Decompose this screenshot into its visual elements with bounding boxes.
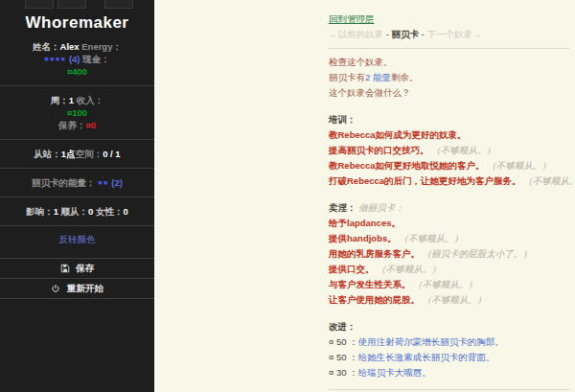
slave-energy: 丽贝卡的能量： ■■ (2): [8, 176, 147, 189]
power-icon: [51, 283, 64, 293]
prostitution-action-link[interactable]: 提供handjobs。: [329, 233, 397, 243]
prostitution-action-link[interactable]: 给予lapdances。: [329, 218, 401, 228]
divider: [0, 85, 154, 86]
history-back-button[interactable]: [25, 0, 54, 9]
action-note: （不够顺从。）: [377, 264, 441, 274]
training-header: 培训：: [329, 112, 575, 127]
sidebar: Whoremaker 姓名：Alex Energy： ■■■■ (4) 现金： …: [0, 0, 154, 392]
slave-nav: ←以前的奴隶 - 丽贝卡 - 下一个奴隶→: [329, 27, 575, 42]
energy-remaining-line: 丽贝卡有2 能量剩余。: [329, 70, 575, 85]
slaves-label: 从站：: [34, 149, 61, 159]
income-value: ¤100: [67, 107, 87, 118]
week-value: 1: [69, 95, 74, 105]
prostitution-action-link[interactable]: 让客户使用她的屁股。: [329, 294, 420, 305]
search-icon: [113, 0, 125, 4]
history-forward-button[interactable]: [58, 0, 86, 9]
upkeep-label: 保养：: [58, 120, 86, 130]
space-value: 0 / 1: [103, 149, 121, 159]
divider: [0, 196, 154, 197]
slaves-stats: 从站：1点空间：0 / 1: [8, 148, 147, 160]
divider: [329, 48, 569, 49]
influence-label: 影响：: [26, 206, 54, 217]
improvement-cost: ¤ 50 ：: [329, 352, 358, 362]
action-note: （丽贝卡的屁股太小了。）: [423, 248, 532, 259]
space-label: 空间：: [76, 149, 104, 159]
action-note: （不够顺从。）: [523, 175, 575, 186]
save-button[interactable]: 保存: [0, 258, 154, 278]
divider: [329, 389, 569, 390]
divider: [0, 139, 154, 140]
energy-line-pre: 丽贝卡有: [329, 72, 365, 82]
training-action-link[interactable]: 提高丽贝卡的口交技巧。: [329, 145, 429, 155]
action-note: （不够顺从。）: [423, 294, 487, 305]
training-action-link[interactable]: 教Rebecca如何成为更好的奴隶。: [329, 129, 467, 140]
history-bar: [0, 0, 154, 9]
save-button-label: 保存: [76, 263, 94, 273]
search-button[interactable]: [104, 0, 133, 9]
training-action-link[interactable]: 打破Rebecca的后门，让她更好地为客户服务。: [329, 175, 521, 186]
energy-link[interactable]: 2 能量: [365, 72, 391, 82]
restart-button-label: 重新开始: [67, 283, 104, 293]
name-label: 姓名：: [33, 41, 60, 52]
inspect-slave-link[interactable]: 检查这个奴隶。: [329, 57, 393, 67]
slave-energy-label: 丽贝卡的能量：: [32, 177, 96, 188]
slave-energy-meter: ■■: [98, 179, 108, 186]
obedience-label: 顺从：: [61, 206, 89, 217]
weekly-stats: 周：1 收入： ¤100 保养：¤0: [8, 94, 147, 131]
current-slave-name: 丽贝卡: [391, 29, 419, 39]
sidebar-buttons: 保存 重新开始: [0, 258, 154, 299]
prostitution-header: 卖淫：: [329, 202, 356, 213]
energy-meter: ■■■■: [44, 56, 66, 62]
app-title: Whoremaker: [0, 13, 154, 33]
next-slave-link: 下一个奴隶→: [426, 29, 481, 39]
floppy-icon: [60, 263, 74, 273]
female-value: 0: [124, 206, 128, 217]
energy-label: Energy：: [81, 41, 122, 52]
question-line: 这个奴隶会做什么？: [329, 85, 575, 101]
forward-arrow-icon: [66, 0, 78, 4]
training-action-link[interactable]: 教Rebecca如何更好地取悦她的客户。: [329, 160, 485, 171]
divider: [0, 168, 154, 169]
restart-button[interactable]: 重新开始: [0, 278, 154, 299]
improvements-section: 改进： ¤ 50 ：使用注射荷尔蒙增长丽贝卡的胸部。 ¤ 50 ：给她生长激素成…: [329, 319, 575, 380]
invert-colors-link[interactable]: 反转颜色: [0, 234, 154, 246]
divider: [0, 225, 154, 226]
improvement-link[interactable]: 使用注射荷尔蒙增长丽贝卡的胸部。: [358, 336, 504, 347]
prostitution-action-link[interactable]: 与客户发生性关系。: [329, 279, 411, 289]
prostitution-action-link[interactable]: 提供口交。: [329, 264, 375, 274]
improvement-cost: ¤ 50 ：: [329, 336, 358, 347]
prev-slave-link: ←以前的奴隶: [329, 29, 383, 39]
player-stats: 姓名：Alex Energy： ■■■■ (4) 现金： ¤400: [8, 40, 147, 78]
improvement-link[interactable]: 给瑞贝卡大嘴唇。: [358, 367, 431, 378]
action-note: （不够顺从。）: [399, 233, 463, 243]
action-note: （不够顺从。）: [431, 145, 495, 155]
upkeep-value: ¤0: [85, 120, 96, 130]
prostitution-subheader: 做丽贝卡：: [358, 202, 404, 213]
improvement-cost: ¤ 30 ：: [329, 367, 358, 378]
story-pane: 回到管理层 ←以前的奴隶 - 丽贝卡 - 下一个奴隶→ 检查这个奴隶。 丽贝卡有…: [154, 0, 575, 392]
energy-count: (4): [69, 54, 80, 64]
female-label: 女性：: [96, 206, 124, 217]
cash-value: ¤400: [67, 66, 87, 77]
obedience-value: 0: [88, 206, 93, 217]
slaves-value: 1点: [61, 149, 76, 159]
prostitution-action-link[interactable]: 用她的乳房服务客户。: [329, 248, 420, 259]
income-label: 收入：: [77, 95, 104, 105]
week-label: 周：: [51, 95, 69, 105]
improvement-link[interactable]: 给她生长激素成长丽贝卡的背面。: [358, 352, 495, 362]
influence-value: 1: [54, 206, 58, 217]
prostitution-section: 卖淫： 做丽贝卡： 给予lapdances。 提供handjobs。 （不够顺从…: [329, 200, 575, 308]
slave-energy-count: (2): [111, 177, 123, 188]
cash-label: 现金：: [82, 54, 110, 64]
training-section: 培训： 教Rebecca如何成为更好的奴隶。 提高丽贝卡的口交技巧。 （不够顺从…: [329, 112, 575, 189]
back-to-management-link[interactable]: 回到管理层: [329, 13, 375, 24]
attribute-stats: 影响：1 顺从：0 女性：0: [8, 205, 147, 218]
action-note: （不够顺从。）: [487, 160, 551, 171]
back-arrow-icon: [34, 0, 45, 4]
name-value: Alex: [60, 41, 80, 52]
improvements-header: 改进：: [329, 319, 575, 334]
energy-line-post: 剩余。: [391, 72, 419, 82]
action-note: （不够顺从。）: [413, 279, 477, 289]
